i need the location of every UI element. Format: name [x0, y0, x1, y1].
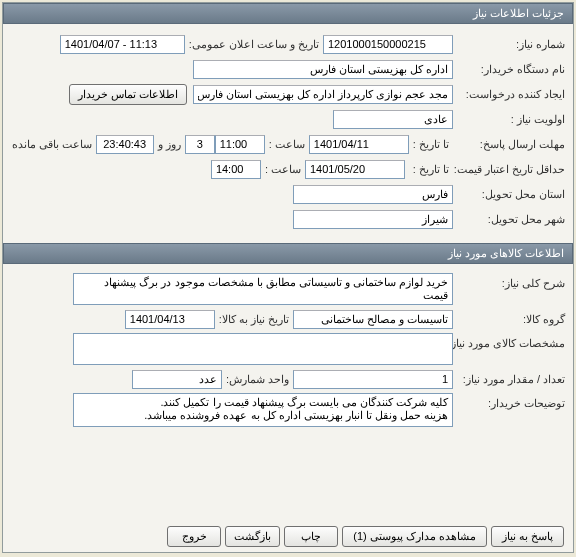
field-time2[interactable]	[211, 160, 261, 179]
row-spec: مشخصات کالای مورد نیاز:	[11, 333, 565, 365]
label-buyer: نام دستگاه خریدار:	[453, 63, 565, 76]
field-unit[interactable]	[132, 370, 222, 389]
button-back[interactable]: بازگشت	[225, 526, 280, 547]
field-time1[interactable]	[215, 135, 265, 154]
field-qty[interactable]	[293, 370, 453, 389]
label-need-number: شماره نیاز:	[453, 38, 565, 51]
label-province: استان محل تحویل:	[453, 188, 565, 201]
label-time2: ساعت :	[261, 163, 305, 176]
label-to-date1: تا تاریخ :	[409, 138, 453, 151]
row-deadline: مهلت ارسال پاسخ: تا تاریخ : ساعت : روز و…	[11, 133, 565, 155]
row-qty: تعداد / مقدار مورد نیاز: واحد شمارش:	[11, 368, 565, 390]
label-resp-deadline: مهلت ارسال پاسخ:	[453, 138, 565, 151]
field-to-date1[interactable]	[309, 135, 409, 154]
toolbar-spacer	[12, 526, 163, 547]
row-priority: اولویت نیاز :	[11, 108, 565, 130]
row-number: شماره نیاز: تاریخ و ساعت اعلان عمومی:	[11, 33, 565, 55]
field-days-left[interactable]	[185, 135, 215, 154]
label-unit: واحد شمارش:	[222, 373, 293, 386]
field-desc[interactable]	[73, 273, 453, 305]
section-header-goods: اطلاعات کالاهای مورد نیاز	[3, 243, 573, 264]
label-remain: ساعت باقی مانده	[8, 138, 96, 151]
field-city[interactable]	[293, 210, 453, 229]
section-body-goods: شرح کلی نیاز: گروه کالا: تاریخ نیاز به ک…	[3, 264, 573, 440]
section-header-need: جزئیات اطلاعات نیاز	[3, 3, 573, 24]
label-city: شهر محل تحویل:	[453, 213, 565, 226]
label-desc: شرح کلی نیاز:	[453, 273, 565, 290]
field-spec[interactable]	[73, 333, 453, 365]
field-time-left[interactable]	[96, 135, 154, 154]
field-announce[interactable]	[60, 35, 185, 54]
row-desc: شرح کلی نیاز:	[11, 273, 565, 305]
button-reply-to-need[interactable]: پاسخ به نیاز	[491, 526, 564, 547]
row-creator: ایجاد کننده درخواست: اطلاعات تماس خریدار	[11, 83, 565, 105]
button-view-attachments[interactable]: مشاهده مدارک پیوستی (1)	[342, 526, 487, 547]
label-time1: ساعت :	[265, 138, 309, 151]
field-buyer[interactable]	[193, 60, 453, 79]
bottom-toolbar: پاسخ به نیاز مشاهده مدارک پیوستی (1) چاپ…	[4, 520, 572, 553]
need-details-panel: جزئیات اطلاعات نیاز شماره نیاز: تاریخ و …	[2, 2, 574, 553]
label-group: گروه کالا:	[453, 313, 565, 326]
field-need-date[interactable]	[125, 310, 215, 329]
field-to-date2[interactable]	[305, 160, 405, 179]
field-group[interactable]	[293, 310, 453, 329]
row-validity: حداقل تاریخ اعتبار قیمت: تا تاریخ : ساعت…	[11, 158, 565, 180]
label-priority: اولویت نیاز :	[453, 113, 565, 126]
row-buyer-note: توضیحات خریدار:	[11, 393, 565, 427]
field-creator[interactable]	[193, 85, 453, 104]
label-buyer-note: توضیحات خریدار:	[453, 393, 565, 410]
section-body-need: شماره نیاز: تاریخ و ساعت اعلان عمومی: نا…	[3, 24, 573, 243]
label-creator: ایجاد کننده درخواست:	[453, 88, 565, 101]
label-min-validity: حداقل تاریخ اعتبار قیمت:	[453, 164, 565, 175]
row-group: گروه کالا: تاریخ نیاز به کالا:	[11, 308, 565, 330]
label-to-date2: تا تاریخ :	[405, 163, 453, 176]
row-city: شهر محل تحویل:	[11, 208, 565, 230]
row-province: استان محل تحویل:	[11, 183, 565, 205]
field-province[interactable]	[293, 185, 453, 204]
label-need-date: تاریخ نیاز به کالا:	[215, 313, 293, 326]
field-buyer-note[interactable]	[73, 393, 453, 427]
button-exit[interactable]: خروج	[167, 526, 221, 547]
row-buyer: نام دستگاه خریدار:	[11, 58, 565, 80]
field-need-number[interactable]	[323, 35, 453, 54]
label-announce: تاریخ و ساعت اعلان عمومی:	[185, 38, 323, 51]
button-buyer-contact[interactable]: اطلاعات تماس خریدار	[69, 84, 187, 105]
field-priority[interactable]	[333, 110, 453, 129]
label-qty: تعداد / مقدار مورد نیاز:	[453, 373, 565, 386]
label-spec: مشخصات کالای مورد نیاز:	[453, 333, 565, 350]
button-print[interactable]: چاپ	[284, 526, 338, 547]
label-days-and: روز و	[154, 138, 185, 151]
